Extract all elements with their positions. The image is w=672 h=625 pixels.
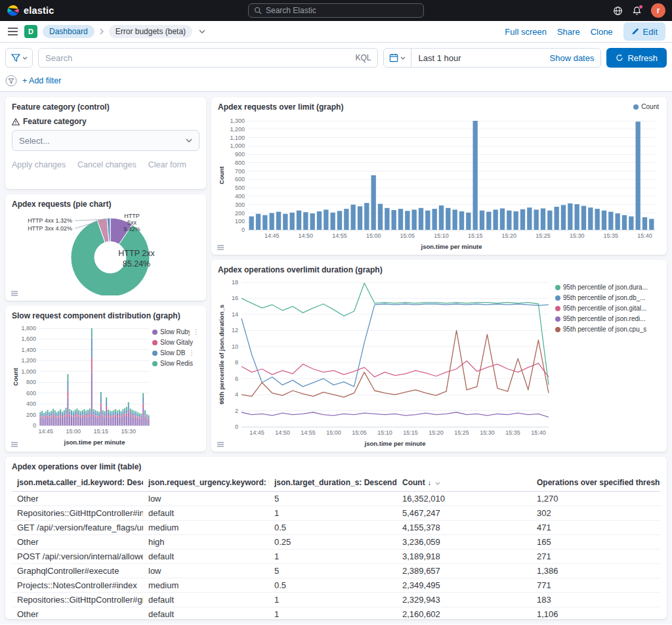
table-cell: 2,329,943 [397, 593, 532, 607]
column-header[interactable]: json.meta.caller_id.keyword: Desce... [12, 474, 143, 492]
panel-options-icon[interactable] [217, 244, 224, 251]
query-input[interactable]: Search KQL [38, 48, 378, 68]
filter-toggle-icon[interactable] [5, 75, 17, 87]
panel-options-icon[interactable] [10, 441, 18, 448]
svg-text:HTTP 4xx 1.32%: HTTP 4xx 1.32% [28, 217, 72, 224]
svg-text:Count: Count [218, 165, 225, 184]
avatar-letter: r [657, 6, 660, 15]
edit-button[interactable]: Edit [623, 22, 665, 41]
svg-text:10: 10 [232, 343, 238, 350]
svg-text:95th percentile of json.durati: 95th percentile of json.duration_s [218, 305, 225, 404]
refresh-button[interactable]: Refresh [606, 48, 667, 68]
panel-options-icon[interactable] [10, 290, 18, 297]
panel-title: Feature category (control) [12, 102, 200, 112]
svg-text:HTTP 2xx: HTTP 2xx [118, 249, 155, 258]
table-row: Repositories::GitHttpController#info_ref… [12, 506, 660, 521]
legend-item[interactable]: 95th percentile of json.db_... [555, 294, 660, 301]
column-header[interactable]: Operations over specified threshold... [532, 474, 660, 492]
svg-text:15:20: 15:20 [502, 232, 517, 239]
chevron-down-icon[interactable] [198, 28, 207, 35]
column-label: Count [402, 478, 425, 487]
svg-text:500: 500 [235, 184, 245, 191]
show-dates-button[interactable]: Show dates [543, 53, 601, 63]
svg-text:14:45: 14:45 [39, 428, 54, 435]
panel-overlimit-duration: Apdex operations overlimit duration (gra… [211, 260, 667, 452]
time-range-button[interactable]: Last 1 hour [411, 53, 543, 63]
legend-item[interactable]: Slow Redis [152, 360, 200, 367]
table-cell: 5 [269, 564, 397, 578]
legend-item[interactable]: 95th percentile of json.dura... [555, 284, 660, 291]
svg-text:15:00: 15:00 [366, 232, 381, 239]
table-cell: 165 [532, 535, 660, 550]
table-cell: low [143, 492, 269, 506]
breadcrumb-dashboard[interactable]: Dashboard [43, 25, 94, 38]
clone-button[interactable]: Clone [591, 27, 613, 37]
svg-text:400: 400 [26, 400, 36, 407]
slow-components-chart[interactable]: 02004006008001,0001,2001,4001,6001,80014… [12, 323, 152, 446]
table-row: POST /api/:version/internal/alloweddefau… [12, 550, 660, 564]
feature-category-select[interactable]: Select... [12, 130, 200, 151]
svg-text:800: 800 [26, 379, 36, 385]
apdex-pie-chart[interactable]: HTTP 4xx 1.32%HTTP 3xx 4.02%HTTP5xx9.42%… [12, 211, 200, 295]
svg-text:600: 600 [26, 390, 36, 397]
legend-item[interactable]: 95th percentile of json.gital... [555, 305, 660, 312]
apdex-over-limit-chart[interactable]: 01002003004005006007008009001,0001,1001,… [218, 114, 660, 251]
filter-icon [11, 54, 20, 62]
column-header[interactable]: json.target_duration_s: Descending↓ [269, 474, 397, 492]
global-search-placeholder: Search Elastic [266, 6, 316, 15]
menu-icon[interactable] [7, 26, 19, 37]
svg-text:900: 900 [235, 151, 245, 158]
date-quick-select-button[interactable] [384, 49, 411, 67]
svg-text:0: 0 [33, 422, 36, 429]
table-cell: 1 [269, 550, 397, 564]
warning-icon [12, 118, 20, 125]
sort-descending-icon[interactable]: ↓ [428, 479, 432, 486]
panel-options-icon[interactable] [217, 441, 224, 448]
notification-dot [639, 5, 643, 9]
svg-text:15:15: 15:15 [94, 428, 109, 435]
share-button[interactable]: Share [557, 27, 580, 37]
notifications-bell-icon[interactable] [632, 6, 642, 16]
svg-text:14:45: 14:45 [249, 429, 264, 436]
table-row: Otherdefault12,160,6021,106 [12, 607, 660, 620]
clear-form-button[interactable]: Clear form [148, 160, 186, 169]
space-avatar[interactable]: D [24, 25, 37, 38]
legend-item[interactable]: Count [633, 103, 659, 110]
table-cell: 5 [269, 492, 397, 506]
full-screen-button[interactable]: Full screen [505, 27, 547, 37]
legend-label: 95th percentile of json.gital... [563, 305, 646, 312]
user-avatar[interactable]: r [651, 3, 665, 18]
legend-label: 95th percentile of json.redi... [563, 315, 646, 322]
chevron-down-icon [22, 56, 28, 60]
column-header[interactable]: json.request_urgency.keyword: Des... [143, 474, 269, 492]
legend-item[interactable]: Slow Gitaly [152, 339, 200, 346]
overlimit-duration-chart[interactable]: 02468101214161814:4514:5014:5515:0015:05… [218, 277, 555, 448]
legend-item[interactable]: 95th percentile of json.cpu_s [555, 326, 660, 333]
legend-item[interactable]: 95th percentile of json.redi... [555, 315, 660, 322]
table-cell: 771 [532, 578, 660, 593]
home-link[interactable]: elastic [7, 4, 54, 17]
svg-text:HTTP: HTTP [124, 213, 140, 219]
table-cell: 1,386 [532, 564, 660, 578]
saved-query-menu-button[interactable] [5, 48, 33, 68]
field-label-row: Feature category [12, 117, 200, 126]
table-cell: Repositories::GitHttpController#git_upl.… [12, 593, 143, 607]
date-picker: Last 1 hour Show dates [383, 48, 601, 68]
global-search-input[interactable]: Search Elastic [248, 3, 424, 18]
add-filter-button[interactable]: + Add filter [22, 76, 61, 85]
query-language-badge[interactable]: KQL [355, 53, 371, 62]
legend-item[interactable]: Slow DB⋮ [152, 349, 200, 356]
table-row: Otherlow516,352,0101,270 [12, 492, 660, 506]
edit-label: Edit [643, 27, 658, 37]
table-cell: 4,155,378 [397, 521, 532, 535]
svg-text:15:30: 15:30 [121, 428, 136, 435]
column-header[interactable]: Count↓ [397, 474, 532, 492]
table-row: Otherhigh0.253,236,059165 [12, 535, 660, 550]
apply-changes-button[interactable]: Apply changes [12, 160, 66, 169]
cancel-changes-button[interactable]: Cancel changes [77, 160, 136, 169]
table-cell: POST /api/:version/internal/allowed [12, 550, 143, 564]
legend-menu-icon[interactable]: ⋮ [193, 328, 200, 335]
legend-menu-icon[interactable]: ⋮ [188, 349, 195, 356]
globe-icon[interactable] [613, 6, 623, 16]
legend-item[interactable]: Slow Ruby⋮ [152, 328, 200, 335]
